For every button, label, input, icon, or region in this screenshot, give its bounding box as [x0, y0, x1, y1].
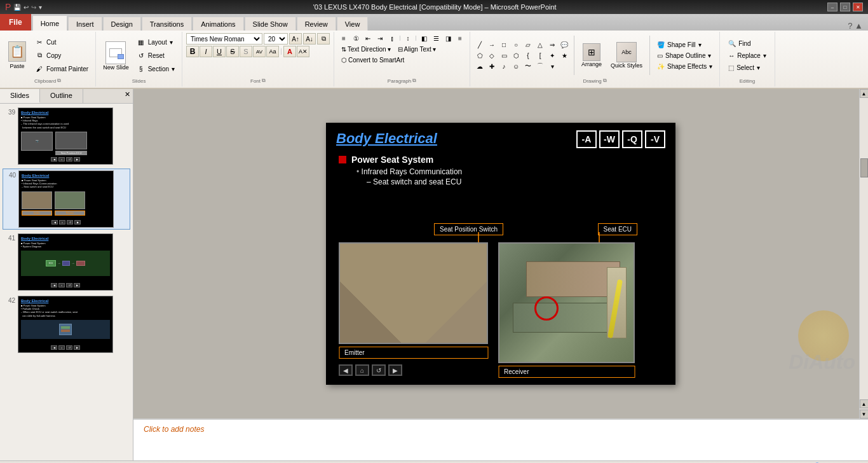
font-copy-button[interactable]: ⧉: [317, 33, 330, 45]
replace-button[interactable]: ↔ Replace ▾: [724, 50, 771, 61]
shape-oval[interactable]: ○: [510, 39, 522, 50]
shape-line[interactable]: ╱: [474, 39, 485, 50]
shape-effects-button[interactable]: ✨ Shape Effects ▾: [654, 62, 715, 71]
help-icon[interactable]: ? ▲: [848, 21, 868, 31]
shape-fill-button[interactable]: 🪣 Shape Fill ▾: [654, 40, 715, 50]
shape-more[interactable]: ▾: [546, 61, 558, 71]
shape-wave[interactable]: 〜: [522, 61, 534, 71]
align-text-button[interactable]: ⊟ Align Text ▾: [395, 45, 439, 54]
font-face-select[interactable]: Times New Roman: [186, 33, 262, 45]
shape-callout[interactable]: 💬: [559, 39, 570, 50]
maximize-button[interactable]: □: [840, 3, 850, 11]
underline-button[interactable]: U: [213, 46, 226, 57]
shape-diamond[interactable]: ◇: [486, 50, 498, 60]
shape-pentagon[interactable]: ⬠: [474, 50, 485, 60]
slide-thumb-42[interactable]: 42 Body Electrical ■ Power Seat System •…: [3, 294, 130, 354]
shape-cloud[interactable]: ☁: [474, 61, 485, 71]
shape-star4[interactable]: ✦: [546, 50, 558, 60]
strikethrough-button[interactable]: S: [226, 46, 239, 57]
find-button[interactable]: 🔍 Find: [724, 38, 771, 49]
slide-nav-prev[interactable]: ◀: [339, 364, 353, 376]
paste-button[interactable]: 📋 Paste: [4, 38, 31, 73]
right-scrollbar[interactable]: ▲ ▲ ▼: [859, 89, 868, 418]
tab-slideshow[interactable]: Slide Show: [245, 17, 296, 31]
redo-icon[interactable]: ↪: [31, 4, 36, 11]
tab-review[interactable]: Review: [297, 17, 336, 31]
numbering-button[interactable]: ①: [350, 33, 362, 43]
columns-button[interactable]: ⫿: [386, 33, 398, 43]
decrease-font-button[interactable]: A↓: [303, 33, 316, 45]
panel-close-button[interactable]: ✕: [122, 89, 133, 103]
cut-button[interactable]: ✂ Cut: [32, 36, 92, 48]
bold-button[interactable]: B: [186, 46, 199, 57]
minimize-button[interactable]: –: [827, 3, 837, 11]
tab-animations[interactable]: Animations: [193, 17, 243, 31]
section-button[interactable]: § Section ▾: [133, 63, 178, 76]
shape-hexagon[interactable]: ⬡: [510, 50, 522, 60]
shape-bracket[interactable]: [: [534, 50, 546, 60]
reset-button[interactable]: ↺ Reset: [133, 50, 178, 62]
justify-button[interactable]: ≡: [454, 33, 466, 43]
main-slide[interactable]: Body Electrical -A -W -Q -V Power Seat S…: [326, 123, 675, 385]
format-painter-button[interactable]: 🖌 Format Painter: [32, 62, 92, 75]
shape-cross[interactable]: ✚: [486, 61, 498, 71]
align-right-button[interactable]: ◨: [442, 33, 454, 43]
slide-btn-q[interactable]: -Q: [622, 130, 642, 148]
panel-tab-outline[interactable]: Outline: [40, 89, 83, 103]
clear-format-button[interactable]: A✕: [297, 46, 309, 57]
font-expand-icon[interactable]: ⧉: [262, 78, 266, 84]
align-left-button[interactable]: ◧: [418, 33, 430, 43]
tab-view[interactable]: View: [337, 17, 369, 31]
panel-tab-slides[interactable]: Slides: [0, 89, 40, 103]
slide-nav-next[interactable]: ▶: [388, 364, 402, 376]
drawing-expand-icon[interactable]: ⧉: [603, 78, 607, 84]
notes-area[interactable]: Click to add notes: [133, 418, 868, 460]
save-icon[interactable]: 💾: [13, 4, 21, 11]
slide-thumb-41[interactable]: 41 Body Electrical ■ Power Seat System •…: [3, 232, 130, 292]
scroll-up-arrow[interactable]: ▲: [860, 89, 869, 98]
undo-icon[interactable]: ↩: [24, 4, 29, 11]
convert-smartart-button[interactable]: ⬡ Convert to SmartArt: [338, 55, 407, 65]
shape-brace[interactable]: {: [522, 50, 534, 60]
select-button[interactable]: ⬚ Select ▾: [724, 62, 771, 73]
layout-button[interactable]: ▦ Layout ▾: [133, 36, 178, 49]
slide-thumb-40[interactable]: 40 Body Electrical ■ Power Seat System •…: [3, 169, 130, 230]
shape-parallelogram[interactable]: ▱: [522, 39, 534, 50]
new-slide-button[interactable]: New Slide: [100, 39, 132, 73]
increase-font-button[interactable]: A↑: [289, 33, 302, 45]
spacing-button[interactable]: AV: [253, 46, 266, 57]
shape-arrow-right[interactable]: →: [486, 39, 498, 50]
shape-smiley[interactable]: ☺: [510, 61, 522, 71]
paragraph-expand-icon[interactable]: ⧉: [412, 78, 416, 84]
shape-outline-button[interactable]: ▭ Shape Outline ▾: [654, 51, 715, 60]
tab-insert[interactable]: Insert: [68, 17, 102, 31]
shadow-button[interactable]: S: [240, 46, 252, 57]
line-spacing-button[interactable]: ↕: [402, 33, 414, 43]
decrease-indent-button[interactable]: ⇤: [362, 33, 374, 43]
font-size-select[interactable]: 20: [264, 33, 288, 45]
shape-arc[interactable]: ⌒: [534, 61, 546, 71]
shape-rounded-rect[interactable]: ▭: [498, 50, 510, 60]
slide-thumb-39[interactable]: 39 Body Electrical ■ Power Seat System •…: [3, 106, 130, 166]
scroll-thumb[interactable]: [860, 158, 868, 177]
tab-file[interactable]: File: [0, 14, 31, 31]
scroll-down-up-arrow[interactable]: ▲: [860, 399, 869, 408]
close-button[interactable]: ✕: [853, 3, 863, 11]
shape-triangle[interactable]: △: [534, 39, 546, 50]
font-color-button[interactable]: A: [283, 46, 296, 57]
shape-star5[interactable]: ★: [559, 50, 570, 60]
shape-right-arrow[interactable]: ⇒: [546, 39, 558, 50]
case-button[interactable]: Aa: [266, 46, 279, 57]
quick-styles-button[interactable]: Abc Quick Styles: [607, 40, 646, 71]
bullets-button[interactable]: ≡: [338, 33, 349, 43]
tab-home[interactable]: Home: [32, 15, 67, 31]
slide-nav-home[interactable]: ⌂: [355, 364, 369, 376]
tab-design[interactable]: Design: [103, 17, 141, 31]
clipboard-expand-icon[interactable]: ⧉: [57, 78, 61, 84]
arrange-button[interactable]: ⊞ Arrange: [578, 41, 605, 69]
increase-indent-button[interactable]: ⇥: [374, 33, 386, 43]
copy-button[interactable]: ⧉ Copy: [32, 49, 92, 62]
tab-transitions[interactable]: Transitions: [142, 17, 192, 31]
text-direction-button[interactable]: ⇅ Text Direction ▾: [338, 45, 394, 54]
shape-note[interactable]: ♪: [498, 61, 510, 71]
